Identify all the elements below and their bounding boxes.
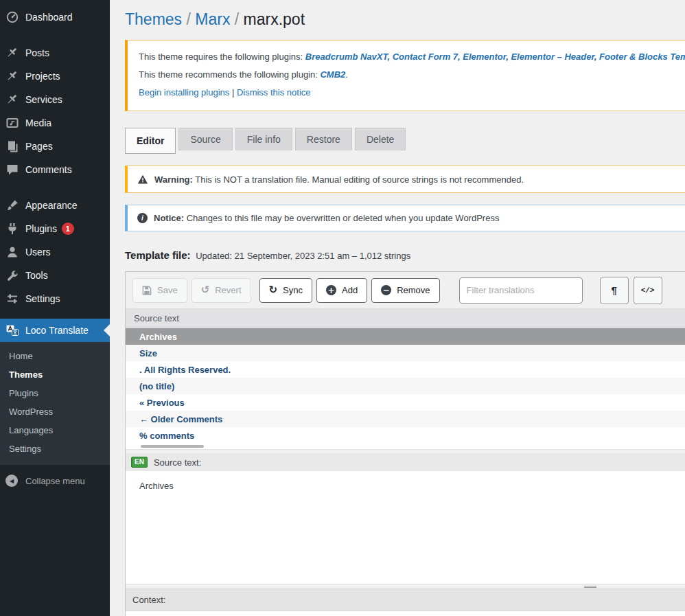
sync-label: Sync [283,285,303,295]
plugin-link-contact-form-7[interactable]: Contact Form 7 [393,52,458,62]
revert-button[interactable]: ↺ Revert [191,278,251,303]
sidebar-item-label: Projects [25,71,60,82]
filter-translations-input[interactable] [459,277,583,304]
warning-notice: Warning: This is NOT a translation file.… [125,166,685,193]
plugin-link-elementor-hfb-template[interactable]: Elementor – Header, Footer & Blocks Temp… [511,52,685,62]
string-row[interactable]: ← Older Comments [126,411,685,427]
sidebar-item-label: Settings [25,293,60,304]
sidebar-item-users[interactable]: Users [0,240,110,264]
submenu-item-themes[interactable]: Themes [0,365,110,384]
sliders-icon [5,292,19,306]
link-separator: , [387,52,392,62]
current-menu-arrow [104,324,110,336]
source-text-editor[interactable]: Archives [126,471,685,584]
warning-message: This is NOT a translation file. Manual e… [193,174,524,185]
sidebar-item-projects[interactable]: Projects [0,65,110,88]
collapse-menu-label: Collapse menu [25,476,85,486]
plugin-link-breadcrumb-navxt[interactable]: Breadcrumb NavXT [305,52,388,62]
tab-file-info[interactable]: File info [235,128,292,150]
plugins-update-badge: 1 [62,223,74,235]
wrench-icon [5,269,19,282]
sidebar-item-settings[interactable]: Settings [0,287,110,310]
collapse-arrow-icon: ◀ [5,475,18,487]
list-horizontal-scrollbar [126,444,685,449]
sidebar-item-label: Users [25,247,51,258]
remove-button[interactable]: − Remove [371,278,439,303]
sidebar-item-services[interactable]: Services [0,88,110,111]
add-button[interactable]: + Add [316,278,367,303]
source-text-value: Archives [139,481,174,491]
resize-grip-handle[interactable] [584,585,596,588]
submenu-item-settings[interactable]: Settings [0,440,110,458]
context-label: Context: [132,595,165,605]
submenu-item-wordpress[interactable]: WordPress [0,402,110,421]
language-badge: EN [131,457,148,468]
sidebar-item-label: Comments [25,164,72,175]
warning-label: Warning: [154,174,193,185]
toggle-invisibles-button[interactable]: ¶ [600,277,629,304]
collapse-menu-button[interactable]: ◀ Collapse menu [0,475,110,487]
string-row[interactable]: Size [126,345,685,361]
plugin-link-elementor[interactable]: Elementor [463,52,506,62]
string-row[interactable]: Archives [126,328,685,345]
action-separator: | [229,87,237,98]
notice-actions: Begin installing plugins | Dismiss this … [139,84,685,102]
toggle-code-view-button[interactable]: </> [634,277,662,304]
tab-source[interactable]: Source [178,128,232,150]
info-icon: i [137,213,148,223]
sidebar-item-pages[interactable]: Pages [0,135,110,158]
breadcrumb-link-marx[interactable]: Marx [195,10,230,28]
submenu-item-home[interactable]: Home [0,347,110,365]
sidebar-item-media[interactable]: Media [0,111,110,135]
string-row[interactable]: . All Rights Reserved. [126,361,685,378]
sidebar-item-comments[interactable]: Comments [0,158,110,181]
admin-sidebar: Dashboard Posts Projects Services Media … [0,0,110,616]
template-file-label: Template file: [125,249,191,261]
sidebar-item-loco-translate[interactable]: Loco Translate [0,319,110,342]
sidebar-item-plugins[interactable]: Plugins 1 [0,217,110,240]
sidebar-item-posts[interactable]: Posts [0,41,110,65]
source-text-column-header: Source text [126,309,685,328]
scrollbar-thumb[interactable] [141,445,204,448]
translate-icon [5,323,19,337]
info-message: Changes to this file may be overwritten … [184,213,499,223]
info-text: Notice: Changes to this file may be over… [154,213,499,223]
info-label: Notice: [154,213,184,223]
begin-installing-plugins-link[interactable]: Begin installing plugins [139,87,229,98]
string-row[interactable]: % comments [126,427,685,444]
breadcrumb: Themes / Marx / marx.pot [125,10,685,30]
requires-line: This theme requires the following plugin… [139,48,685,66]
string-row[interactable]: (no title) [126,378,685,394]
requires-prefix: This theme requires the following plugin… [139,52,305,62]
tab-restore[interactable]: Restore [295,128,352,150]
context-bar: Context: [126,589,685,611]
breadcrumb-current: marx.pot [244,10,305,28]
breadcrumb-link-themes[interactable]: Themes [125,10,182,28]
save-button[interactable]: Save [132,278,187,303]
tab-editor[interactable]: Editor [125,128,176,154]
pilcrow-icon: ¶ [611,284,616,296]
template-file-meta: Updated: 21 September, 2023 2:51 am – 1,… [196,251,410,261]
context-editor-area[interactable] [126,611,685,616]
media-icon [5,116,19,130]
string-row[interactable]: « Previous [126,394,685,411]
source-text-label: Source text: [154,457,201,468]
dashboard-gauge-icon [5,10,19,24]
dismiss-notice-link[interactable]: Dismiss this notice [237,87,311,98]
save-icon [142,286,152,295]
editor-toolbar: Save ↺ Revert ↻ Sync + Add − Remove ¶ </… [126,272,685,309]
plugin-link-cmb2[interactable]: CMB2 [320,69,345,80]
sidebar-item-appearance[interactable]: Appearance [0,194,110,217]
submenu-item-plugins[interactable]: Plugins [0,384,110,402]
sync-button[interactable]: ↻ Sync [259,278,312,303]
breadcrumb-separator: / [182,10,195,28]
strings-list: Archives Size . All Rights Reserved. (no… [126,328,685,444]
tab-delete[interactable]: Delete [355,128,406,150]
sidebar-item-dashboard[interactable]: Dashboard [0,5,110,29]
revert-icon: ↺ [201,285,210,295]
tgmpa-plugins-notice: This theme requires the following plugin… [125,40,685,111]
main-content: Themes / Marx / marx.pot This theme requ… [110,0,685,616]
sidebar-item-tools[interactable]: Tools [0,264,110,287]
info-notice: i Notice: Changes to this file may be ov… [125,205,685,231]
submenu-item-languages[interactable]: Languages [0,421,110,440]
